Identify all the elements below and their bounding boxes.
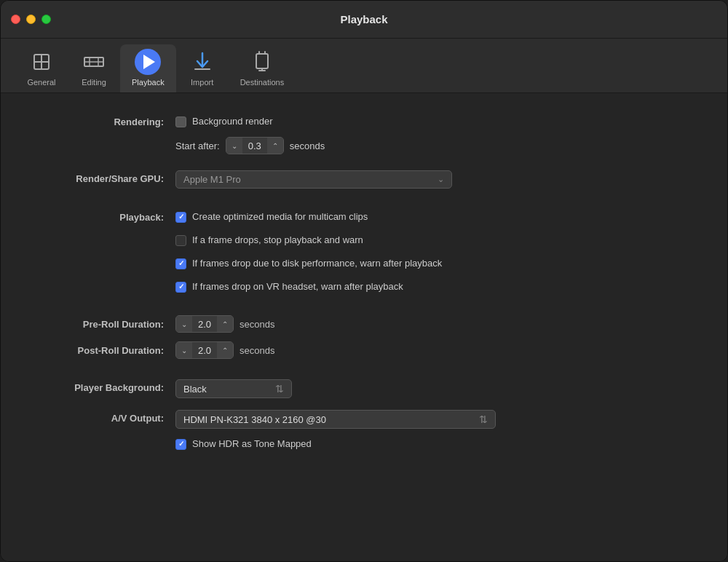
start-after-decrement[interactable]: ⌄ — [226, 138, 242, 154]
start-after-increment[interactable]: ⌃ — [267, 138, 283, 154]
toolbar-item-playback[interactable]: Playback — [120, 44, 176, 92]
postroll-controls: ⌄ 2.0 ⌃ seconds — [175, 341, 275, 359]
minimize-button[interactable] — [26, 15, 36, 24]
destinations-icon — [249, 49, 275, 75]
playback-label: Playback — [132, 78, 165, 87]
show-hdr-checkbox[interactable] — [175, 439, 186, 450]
frame-drop-stop-checkbox[interactable] — [175, 235, 186, 246]
rendering-row: Rendering: Background render Start after… — [30, 114, 698, 154]
av-output-dropdown[interactable]: HDMI PN-K321 3840 x 2160 @30 ⇅ — [175, 410, 496, 429]
window: Playback General — [0, 0, 728, 562]
postroll-label: Post-Roll Duration: — [30, 345, 175, 356]
toolbar: General Editing Playback — [1, 39, 727, 93]
av-output-row: A/V Output: HDMI PN-K321 3840 x 2160 @30… — [30, 410, 698, 452]
svg-rect-7 — [256, 54, 268, 68]
show-hdr-row: Show HDR as Tone Mapped — [175, 436, 698, 452]
preroll-label: Pre-Roll Duration: — [30, 319, 175, 330]
rendering-label: Rendering: — [30, 114, 175, 130]
preroll-row: Pre-Roll Duration: ⌄ 2.0 ⌃ seconds — [30, 315, 698, 333]
playback-row: Playback: Create optimized media for mul… — [30, 209, 698, 295]
playback-option-3: If frames drop on VR headset, warn after… — [175, 279, 698, 295]
fullscreen-button[interactable] — [41, 15, 51, 24]
player-bg-row: Player Background: Black ⇅ — [30, 379, 698, 398]
player-bg-value: Black — [183, 384, 207, 395]
background-render-row: Background render — [175, 114, 698, 130]
av-output-value: HDMI PN-K321 3840 x 2160 @30 — [183, 414, 326, 425]
destinations-label: Destinations — [240, 78, 285, 87]
player-bg-arrow: ⇅ — [275, 383, 284, 395]
multicam-label: Create optimized media for multicam clip… — [192, 209, 368, 225]
postroll-value: 2.0 — [192, 345, 217, 356]
toolbar-item-import[interactable]: Import — [176, 44, 229, 92]
editing-label: Editing — [82, 78, 106, 87]
playback-option-1: If a frame drops, stop playback and warn — [175, 232, 698, 248]
gpu-dropdown-arrow: ⌄ — [438, 175, 444, 184]
show-hdr-label: Show HDR as Tone Mapped — [192, 436, 312, 452]
start-after-row: Start after: ⌄ 0.3 ⌃ seconds — [175, 137, 698, 154]
gpu-row: Render/Share GPU: Apple M1 Pro ⌄ — [30, 170, 698, 189]
toolbar-item-destinations[interactable]: Destinations — [229, 44, 296, 92]
playback-option-0: Create optimized media for multicam clip… — [175, 209, 698, 225]
start-after-seconds: seconds — [290, 140, 325, 151]
traffic-lights — [11, 15, 51, 24]
preroll-decrement[interactable]: ⌄ — [176, 316, 192, 332]
general-icon — [28, 49, 55, 75]
preroll-value: 2.0 — [192, 319, 217, 330]
playback-label-col: Playback: — [30, 209, 175, 226]
start-after-value: 0.3 — [242, 140, 267, 151]
toolbar-item-editing[interactable]: Editing — [68, 44, 120, 92]
postroll-stepper[interactable]: ⌄ 2.0 ⌃ — [175, 341, 234, 359]
postroll-decrement[interactable]: ⌄ — [176, 342, 192, 358]
frame-drop-vr-checkbox[interactable] — [175, 282, 186, 293]
playback-icon — [135, 49, 161, 75]
av-output-arrow: ⇅ — [479, 413, 488, 425]
frame-drop-stop-label: If a frame drops, stop playback and warn — [192, 232, 363, 248]
rendering-content: Background render Start after: ⌄ 0.3 ⌃ s… — [175, 114, 698, 154]
player-bg-label: Player Background: — [30, 379, 175, 396]
window-title: Playback — [340, 13, 387, 25]
gpu-content: Apple M1 Pro ⌄ — [175, 170, 698, 189]
frame-drop-vr-label: If frames drop on VR headset, warn after… — [192, 279, 403, 295]
player-bg-dropdown[interactable]: Black ⇅ — [175, 379, 292, 398]
gpu-value: Apple M1 Pro — [183, 174, 241, 185]
preroll-stepper[interactable]: ⌄ 2.0 ⌃ — [175, 315, 234, 333]
av-output-label: A/V Output: — [30, 410, 175, 427]
background-render-checkbox[interactable] — [175, 116, 186, 127]
multicam-checkbox[interactable] — [175, 212, 186, 223]
toolbar-item-general[interactable]: General — [15, 44, 68, 92]
background-render-label: Background render — [192, 114, 273, 130]
start-after-label: Start after: — [175, 140, 220, 151]
playback-option-2: If frames drop due to disk performance, … — [175, 256, 698, 272]
import-label: Import — [191, 78, 213, 87]
av-output-content: HDMI PN-K321 3840 x 2160 @30 ⇅ Show HDR … — [175, 410, 698, 452]
postroll-seconds: seconds — [240, 345, 274, 356]
preroll-controls: ⌄ 2.0 ⌃ seconds — [175, 315, 275, 333]
postroll-row: Post-Roll Duration: ⌄ 2.0 ⌃ seconds — [30, 341, 698, 359]
preroll-increment[interactable]: ⌃ — [217, 316, 233, 332]
frame-drop-disk-label: If frames drop due to disk performance, … — [192, 256, 442, 272]
frame-drop-disk-checkbox[interactable] — [175, 258, 186, 269]
start-after-stepper[interactable]: ⌄ 0.3 ⌃ — [226, 137, 284, 154]
import-icon — [189, 49, 215, 75]
gpu-dropdown[interactable]: Apple M1 Pro ⌄ — [175, 170, 452, 189]
editing-icon — [81, 49, 107, 75]
general-label: General — [27, 78, 55, 87]
content-area: Rendering: Background render Start after… — [1, 93, 727, 561]
preroll-seconds: seconds — [240, 319, 274, 330]
player-bg-content: Black ⇅ — [175, 379, 698, 398]
gpu-label: Render/Share GPU: — [30, 170, 175, 187]
playback-options: Create optimized media for multicam clip… — [175, 209, 698, 295]
title-bar: Playback — [1, 1, 727, 39]
close-button[interactable] — [11, 15, 20, 24]
postroll-increment[interactable]: ⌃ — [217, 342, 233, 358]
